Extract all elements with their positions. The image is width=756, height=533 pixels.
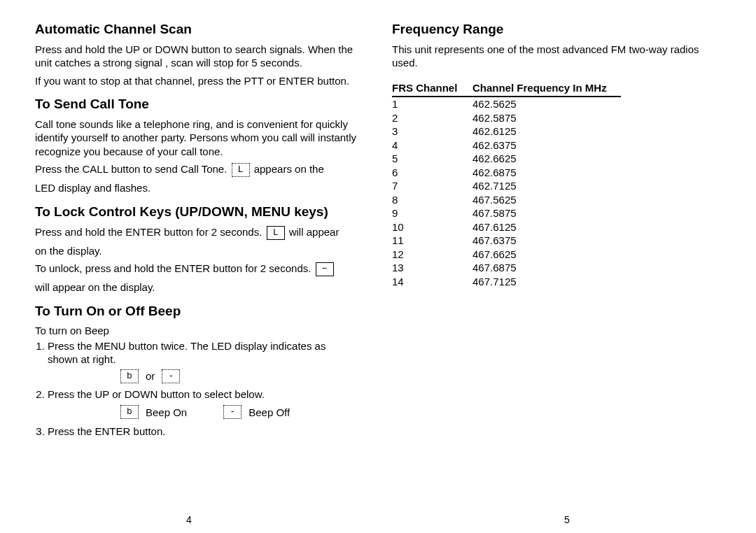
table-row: 8467.5625	[392, 193, 621, 207]
text-inline: Press and hold the ENTER button for 2 se…	[35, 225, 357, 240]
cell-channel: 13	[392, 261, 472, 275]
table-row: 11467.6375	[392, 234, 621, 248]
cell-frequency: 467.7125	[472, 275, 621, 289]
table-row: 2462.5875	[392, 111, 621, 125]
cell-frequency: 467.5875	[472, 206, 621, 220]
cell-channel: 7	[392, 179, 472, 193]
cell-frequency: 467.5625	[472, 193, 621, 207]
cell-channel: 14	[392, 275, 472, 289]
beep-icons-row: b or -	[35, 369, 357, 383]
cell-channel: 1	[392, 97, 472, 111]
cell-channel: 10	[392, 220, 472, 234]
section-lock-keys: To Lock Control Keys (UP/DOWN, MENU keys…	[35, 204, 357, 294]
page-number: 5	[564, 513, 570, 526]
heading-auto-scan: Automatic Channel Scan	[35, 21, 357, 38]
cell-channel: 8	[392, 193, 472, 207]
text-inline: Press the CALL button to send Call Tone.…	[35, 162, 357, 177]
table-row: 7462.7125	[392, 179, 621, 193]
cell-channel: 11	[392, 234, 472, 248]
label-beep-off: Beep Off	[248, 406, 290, 420]
text: Press and hold the UP or DOWN button to …	[35, 43, 357, 70]
text: will appear	[289, 226, 340, 238]
text-inline: To unlock, press and hold the ENTER butt…	[35, 262, 357, 276]
beep-steps: Press the UP or DOWN button to select be…	[35, 388, 357, 401]
lcd-call-icon: L	[232, 163, 250, 177]
lcd-beep-off-icon: -	[223, 405, 241, 419]
heading-lock-keys: To Lock Control Keys (UP/DOWN, MENU keys…	[35, 204, 357, 221]
lcd-beep-on-icon: b	[120, 405, 139, 419]
cell-channel: 4	[392, 138, 472, 152]
cell-channel: 6	[392, 166, 472, 180]
cell-frequency: 462.6125	[472, 125, 621, 138]
right-column: Frequency Range This unit represents one…	[378, 0, 756, 533]
text-or: or	[146, 369, 155, 383]
cell-frequency: 462.6625	[472, 152, 621, 166]
frequency-table: FRS Channel Channel Frequency In MHz 146…	[392, 80, 621, 289]
label-beep-on: Beep On	[146, 406, 187, 420]
cell-frequency: 462.5875	[472, 111, 621, 125]
table-row: 5462.6625	[392, 152, 621, 166]
cell-channel: 2	[392, 111, 472, 125]
table-row: 14467.7125	[392, 275, 621, 289]
lcd-beep-dash-icon: -	[162, 369, 180, 383]
cell-channel: 12	[392, 248, 472, 262]
table-row: 3462.6125	[392, 125, 621, 138]
list-item: Press the UP or DOWN button to select be…	[48, 388, 357, 401]
text: on the display.	[35, 244, 357, 258]
left-column: Automatic Channel Scan Press and hold th…	[0, 0, 378, 533]
text: Call tone sounds like a telephone ring, …	[35, 118, 357, 159]
heading-beep: To Turn On or Off Beep	[35, 303, 357, 320]
text: LED display and flashes.	[35, 181, 357, 195]
table-row: 10467.6125	[392, 220, 621, 234]
text: Press the CALL button to send Call Tone.	[35, 163, 227, 175]
text: If you want to stop at that channel, pre…	[35, 74, 357, 88]
text: Press and hold the ENTER button for 2 se…	[35, 226, 262, 238]
text: To turn on Beep	[35, 324, 357, 338]
table-row: 6462.6875	[392, 166, 621, 180]
text: This unit represents one of the most adv…	[392, 43, 721, 70]
table-row: 1462.5625	[392, 97, 621, 111]
th-frequency: Channel Frequency In MHz	[472, 80, 621, 97]
cell-frequency: 467.6875	[472, 261, 621, 275]
table-row: 13467.6875	[392, 261, 621, 275]
lcd-beep-b-icon: b	[120, 369, 139, 383]
cell-channel: 3	[392, 125, 472, 138]
cell-channel: 5	[392, 152, 472, 166]
beep-onoff-row: b Beep On - Beep Off	[35, 405, 357, 419]
page-number: 4	[186, 513, 192, 526]
cell-frequency: 462.6375	[472, 138, 621, 152]
cell-frequency: 462.7125	[472, 179, 621, 193]
th-channel: FRS Channel	[392, 80, 472, 97]
cell-frequency: 462.5625	[472, 97, 621, 111]
table-row: 4462.6375	[392, 138, 621, 152]
text: will appear on the display.	[35, 280, 357, 294]
cell-frequency: 467.6125	[472, 220, 621, 234]
section-call-tone: To Send Call Tone Call tone sounds like …	[35, 96, 357, 195]
table-row: 12467.6625	[392, 248, 621, 262]
text: To unlock, press and hold the ENTER butt…	[35, 262, 311, 274]
beep-steps: Press the ENTER button.	[35, 425, 357, 439]
cell-frequency: 467.6375	[472, 234, 621, 248]
text: appears on the	[254, 163, 324, 175]
cell-frequency: 467.6625	[472, 248, 621, 262]
heading-frequency-range: Frequency Range	[392, 21, 721, 38]
lcd-lock-icon: L	[267, 226, 285, 240]
lcd-unlock-icon: −	[316, 262, 334, 276]
cell-frequency: 462.6875	[472, 166, 621, 180]
table-row: 9467.5875	[392, 206, 621, 220]
list-item: Press the MENU button twice. The LED dis…	[48, 339, 357, 367]
section-beep: To Turn On or Off Beep To turn on Beep P…	[35, 303, 357, 439]
list-item: Press the ENTER button.	[48, 425, 357, 439]
beep-steps: Press the MENU button twice. The LED dis…	[35, 339, 357, 367]
cell-channel: 9	[392, 206, 472, 220]
section-auto-scan: Automatic Channel Scan Press and hold th…	[35, 21, 357, 87]
heading-call-tone: To Send Call Tone	[35, 96, 357, 113]
